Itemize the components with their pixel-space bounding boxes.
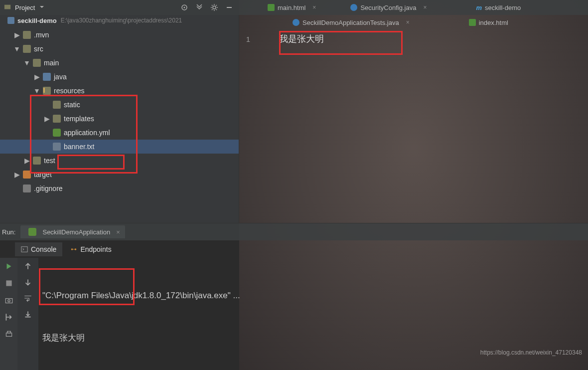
tree-banner-txt[interactable]: banner.txt bbox=[0, 140, 239, 154]
html-icon bbox=[268, 4, 275, 11]
watermark: https://blog.csdn.net/weixin_47120348 bbox=[480, 349, 582, 356]
settings-icon[interactable] bbox=[210, 3, 218, 11]
folder-icon bbox=[53, 115, 61, 123]
svg-rect-0 bbox=[4, 4, 10, 9]
endpoints-tab[interactable]: Endpoints bbox=[64, 242, 117, 256]
tree-resources[interactable]: ▼resources bbox=[0, 84, 239, 98]
svg-rect-12 bbox=[7, 331, 10, 333]
project-root[interactable]: seckill-demo E:\java300zhanghuiming\proj… bbox=[0, 15, 239, 26]
project-panel-label[interactable]: Project bbox=[15, 4, 35, 11]
tree-application-yml[interactable]: application.yml bbox=[0, 126, 239, 140]
folder-icon bbox=[33, 157, 41, 165]
yml-file-icon bbox=[53, 129, 61, 137]
down-icon[interactable] bbox=[23, 278, 32, 287]
tab-main-html[interactable]: main.html× bbox=[262, 0, 322, 15]
scroll-icon[interactable] bbox=[23, 310, 32, 319]
txt-file-icon bbox=[53, 143, 61, 151]
svg-rect-9 bbox=[5, 299, 12, 303]
up-icon[interactable] bbox=[23, 262, 32, 271]
caret-down-icon: ▼ bbox=[24, 59, 30, 67]
rerun-icon[interactable] bbox=[4, 262, 13, 271]
tree-main[interactable]: ▼main bbox=[0, 56, 239, 70]
svg-point-7 bbox=[75, 248, 77, 250]
exit-icon[interactable] bbox=[4, 313, 13, 322]
folder-icon bbox=[23, 31, 31, 39]
tree-mvn[interactable]: ▶.mvn bbox=[0, 28, 239, 42]
project-dropdown-icon[interactable] bbox=[39, 4, 45, 11]
maven-icon: m bbox=[476, 4, 482, 11]
svg-point-3 bbox=[213, 6, 216, 9]
tree-target[interactable]: ▶target bbox=[0, 168, 239, 182]
tab-index-html[interactable]: index.html bbox=[463, 15, 514, 30]
resources-folder-icon bbox=[43, 87, 51, 95]
tree-gitignore[interactable]: .gitignore bbox=[0, 182, 239, 195]
svg-rect-8 bbox=[6, 280, 11, 286]
editor-content[interactable]: 我是张大明 bbox=[279, 33, 324, 45]
minimize-icon[interactable] bbox=[225, 3, 233, 11]
java-icon bbox=[293, 19, 299, 26]
close-icon[interactable]: × bbox=[116, 228, 120, 236]
folder-icon bbox=[23, 45, 31, 53]
close-icon[interactable]: × bbox=[312, 4, 316, 11]
camera-icon[interactable] bbox=[4, 296, 13, 305]
tab-tests-java[interactable]: SeckillDemoApplicationTests.java× bbox=[287, 15, 416, 30]
run-config-tab[interactable]: SeckillDemoApplication × bbox=[20, 225, 125, 238]
spring-icon bbox=[28, 228, 36, 236]
tree-static[interactable]: static bbox=[0, 98, 239, 112]
folder-icon bbox=[33, 59, 41, 67]
run-label: Run: bbox=[2, 228, 15, 236]
caret-right-icon: ▶ bbox=[14, 171, 20, 179]
wrap-icon[interactable] bbox=[23, 294, 32, 303]
caret-down-icon: ▼ bbox=[14, 45, 20, 53]
caret-right-icon: ▶ bbox=[14, 31, 20, 39]
stop-icon[interactable] bbox=[4, 279, 13, 288]
caret-down-icon: ▼ bbox=[34, 87, 40, 95]
svg-point-6 bbox=[71, 248, 73, 250]
console-tab[interactable]: Console bbox=[15, 242, 62, 256]
editor-gutter: 1 bbox=[239, 30, 254, 44]
folder-icon bbox=[43, 73, 51, 81]
module-icon bbox=[7, 17, 14, 24]
print-icon[interactable] bbox=[4, 330, 13, 339]
close-icon[interactable]: × bbox=[423, 4, 427, 11]
file-icon bbox=[23, 185, 31, 192]
tree-templates[interactable]: ▶templates bbox=[0, 112, 239, 126]
expand-icon[interactable] bbox=[195, 3, 203, 11]
run-toolbar bbox=[0, 258, 17, 370]
svg-point-2 bbox=[184, 7, 185, 8]
folder-icon bbox=[53, 101, 61, 109]
java-icon bbox=[350, 4, 357, 11]
caret-right-icon: ▶ bbox=[44, 115, 50, 123]
html-icon bbox=[469, 19, 476, 26]
console-toolbar bbox=[17, 258, 38, 370]
target-folder-icon bbox=[23, 171, 31, 179]
caret-right-icon: ▶ bbox=[24, 157, 30, 165]
tab-seckill-demo[interactable]: mseckill-demo bbox=[470, 0, 527, 15]
svg-point-10 bbox=[7, 300, 10, 302]
tree-src[interactable]: ▼src bbox=[0, 42, 239, 56]
svg-rect-4 bbox=[227, 7, 232, 8]
caret-right-icon: ▶ bbox=[34, 73, 40, 81]
locate-icon[interactable] bbox=[180, 3, 188, 11]
tree-test[interactable]: ▶test bbox=[0, 154, 239, 168]
tree-java[interactable]: ▶java bbox=[0, 70, 239, 84]
svg-rect-5 bbox=[21, 246, 27, 252]
svg-rect-11 bbox=[6, 333, 11, 337]
tab-security-config[interactable]: SecurityConfig.java× bbox=[344, 0, 433, 15]
project-folder-icon bbox=[4, 3, 11, 12]
close-icon[interactable]: × bbox=[406, 19, 410, 26]
